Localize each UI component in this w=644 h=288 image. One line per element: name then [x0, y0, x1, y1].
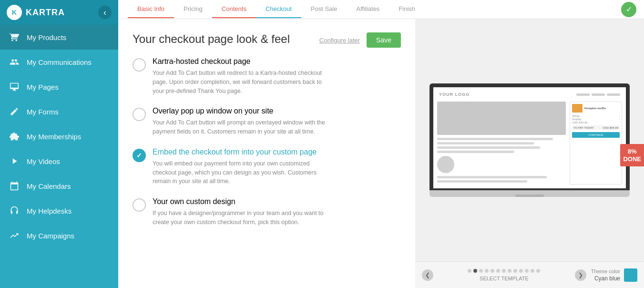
screen-content: YOUR LOGO	[433, 87, 626, 188]
theme-color-label: Theme color	[591, 268, 620, 274]
screen-right-col: Pumpkin muffis Setup - Display	[570, 102, 622, 185]
tab-affiliates[interactable]: Affiliates	[347, 0, 389, 18]
tab-pricing[interactable]: Pricing	[174, 0, 212, 18]
checkout-options-panel: Your checkout page look & feel Configure…	[118, 19, 415, 288]
screen-image	[437, 102, 566, 135]
price-label: Display	[572, 118, 582, 121]
price-value: -	[619, 114, 620, 117]
price-details: Setup - Display - USD $34.00	[572, 114, 620, 124]
carousel-next-button[interactable]: ❯	[575, 269, 586, 281]
text-line-6	[437, 180, 527, 183]
laptop-base	[429, 190, 630, 197]
sidebar-header: K KARTRA ‹	[0, 0, 118, 25]
preview-panel: YOUR LOGO	[415, 19, 644, 288]
sidebar-item-label: My Forms	[27, 108, 59, 116]
option-embed-form: Embed the checkout form into your custom…	[133, 148, 401, 186]
done-label: DONE	[623, 155, 641, 163]
laptop-mockup: YOUR LOGO	[429, 83, 630, 197]
topnav: Basic Info Pricing Contents Checkout Pos…	[118, 0, 644, 19]
sidebar-item-my-pages[interactable]: My Pages	[0, 74, 118, 99]
text-line-4	[437, 151, 514, 153]
price-label: Setup	[572, 114, 580, 117]
dot-6[interactable]	[496, 269, 500, 273]
done-percentage-badge: 8% DONE	[620, 144, 644, 166]
sidebar-item-my-calendars[interactable]: My Calendars	[0, 174, 118, 198]
carousel-prev-button[interactable]: ❮	[422, 269, 433, 281]
template-selector: ❮	[415, 261, 644, 288]
header-actions: Configure later Save	[319, 32, 401, 48]
sidebar-item-my-communications[interactable]: My Communications	[0, 50, 118, 74]
tab-basic-info[interactable]: Basic Info	[128, 0, 174, 18]
product-image	[572, 104, 583, 113]
sidebar-item-label: My Helpdesks	[27, 207, 72, 215]
product-name: Pumpkin muffis	[584, 107, 606, 110]
sidebar-item-my-memberships[interactable]: My Memberships	[0, 124, 118, 149]
option-content-overlay-popup: Overlay pop up window on your site Your …	[153, 107, 334, 136]
tab-post-sale[interactable]: Post Sale	[301, 0, 347, 18]
sidebar-item-label: My Calendars	[27, 182, 71, 190]
option-title: Kartra-hosted checkout page	[153, 57, 334, 66]
sidebar-collapse-button[interactable]: ‹	[98, 6, 112, 19]
carousel-dots	[468, 269, 540, 273]
select-template-label: SELECT TEMPLATE	[480, 276, 529, 281]
sidebar-item-my-videos[interactable]: My Videos	[0, 149, 118, 174]
dot-11[interactable]	[525, 269, 529, 273]
sidebar-item-my-campaigns[interactable]: My Campaigns	[0, 223, 118, 248]
laptop-preview: YOUR LOGO	[415, 19, 644, 261]
option-title: Your own custom design	[153, 197, 334, 206]
nav-bar-1	[576, 93, 590, 96]
sidebar-item-my-forms[interactable]: My Forms	[0, 99, 118, 124]
sidebar-item-label: My Videos	[27, 157, 60, 165]
dot-1[interactable]	[468, 269, 471, 273]
price-row-3: USD $34.00	[572, 121, 620, 124]
headset-icon	[9, 205, 20, 216]
app-name: KARTRA	[26, 8, 65, 18]
tab-finish[interactable]: Finish	[389, 0, 425, 18]
screen-nav	[576, 93, 620, 96]
dot-4[interactable]	[485, 269, 489, 273]
price-row-1: Setup -	[572, 114, 620, 117]
play-icon	[9, 155, 20, 167]
dot-10[interactable]	[519, 269, 523, 273]
dot-13[interactable]	[536, 269, 540, 273]
dot-3[interactable]	[479, 269, 483, 273]
chart-icon	[9, 230, 20, 241]
save-button[interactable]: Save	[367, 32, 401, 48]
radio-embed-form[interactable]	[133, 149, 146, 162]
dot-12[interactable]	[531, 269, 534, 273]
configure-later-link[interactable]: Configure later	[319, 37, 360, 44]
sidebar-item-my-products[interactable]: My Products	[0, 25, 118, 50]
option-description: Your Add To Cart button will redirect to…	[153, 69, 334, 95]
screen-circle	[437, 156, 454, 173]
option-overlay-popup: Overlay pop up window on your site Your …	[133, 107, 401, 136]
radio-kartra-hosted[interactable]	[133, 58, 146, 72]
nav-bar-3	[607, 93, 620, 96]
screen-body: Pumpkin muffis Setup - Display	[437, 102, 622, 185]
radio-overlay-popup[interactable]	[133, 108, 146, 121]
dot-7[interactable]	[502, 269, 506, 273]
puzzle-icon	[9, 131, 20, 142]
dot-5[interactable]	[491, 269, 494, 273]
tab-contents[interactable]: Contents	[212, 0, 256, 18]
theme-color-section: Theme color Cyan blue	[591, 268, 637, 282]
option-description: If you have a designer/programmer in you…	[153, 209, 334, 227]
option-content-custom-design: Your own custom design If you have a des…	[153, 197, 334, 227]
dot-9[interactable]	[513, 269, 517, 273]
price-row-2: Display -	[572, 118, 620, 121]
sidebar-logo: K KARTRA	[7, 5, 65, 20]
sidebar-item-label: My Memberships	[27, 133, 81, 141]
content-area: Your checkout page look & feel Configure…	[118, 19, 644, 288]
to-pay-label: TO PAY TODAY	[573, 126, 594, 129]
logo-icon: K	[7, 5, 22, 20]
dot-8[interactable]	[508, 269, 511, 273]
text-line-2	[437, 142, 534, 144]
radio-custom-design[interactable]	[133, 198, 146, 212]
tab-checkout[interactable]: Checkout	[256, 0, 301, 18]
monitor-icon	[9, 81, 20, 93]
option-description: Your Add To Cart button will prompt an o…	[153, 118, 334, 136]
dot-2[interactable]	[473, 269, 477, 273]
option-content-kartra-hosted: Kartra-hosted checkout page Your Add To …	[153, 57, 334, 95]
text-line-1	[437, 138, 553, 140]
sidebar-item-my-helpdesks[interactable]: My Helpdesks	[0, 198, 118, 223]
theme-color-swatch[interactable]	[624, 268, 637, 282]
